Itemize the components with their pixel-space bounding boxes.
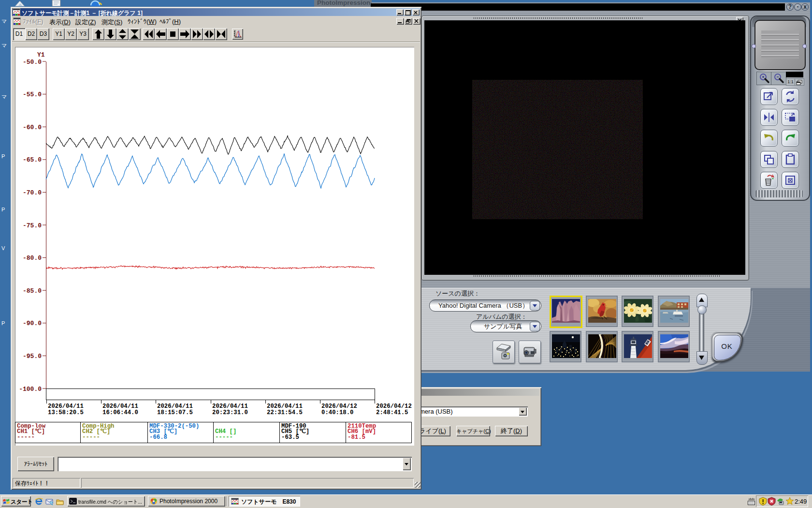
- svg-text:-80.0: -80.0: [23, 254, 42, 262]
- svg-text:2026/04/11: 2026/04/11: [212, 403, 248, 410]
- svg-text:2026/04/11: 2026/04/11: [267, 403, 303, 410]
- svg-text:20:23:31.0: 20:23:31.0: [212, 409, 248, 416]
- svg-text:22:31:54.5: 22:31:54.5: [267, 409, 303, 416]
- svg-text:18:15:07.5: 18:15:07.5: [157, 409, 193, 416]
- svg-text:16:06:44.0: 16:06:44.0: [102, 409, 138, 416]
- svg-text:-65.0: -65.0: [23, 156, 42, 164]
- svg-text:-81.5: -81.5: [348, 434, 365, 441]
- svg-text:-----: -----: [82, 434, 100, 441]
- svg-text:2026/04/12: 2026/04/12: [376, 403, 412, 410]
- svg-text:-60.0: -60.0: [23, 124, 42, 131]
- svg-text:-66.8: -66.8: [149, 434, 167, 441]
- svg-text:Y1: Y1: [37, 51, 45, 59]
- svg-text:-63.5: -63.5: [281, 434, 299, 441]
- svg-text:-----: -----: [215, 434, 233, 441]
- svg-text:0:40:18.0: 0:40:18.0: [321, 409, 353, 416]
- svg-text:-100.0: -100.0: [19, 386, 42, 393]
- svg-text:2026/04/11: 2026/04/11: [48, 403, 84, 410]
- svg-text:2026/04/12: 2026/04/12: [321, 403, 357, 410]
- svg-text:2026/04/11: 2026/04/11: [157, 403, 193, 410]
- svg-text:-50.0: -50.0: [23, 59, 42, 66]
- svg-text:-70.0: -70.0: [23, 189, 42, 196]
- svg-text:13:58:20.5: 13:58:20.5: [48, 409, 84, 416]
- svg-text:-90.0: -90.0: [23, 320, 42, 327]
- svg-text:-85.0: -85.0: [23, 287, 42, 295]
- svg-text:2:48:41.5: 2:48:41.5: [376, 409, 408, 416]
- svg-text:-55.0: -55.0: [23, 91, 42, 98]
- svg-text:2026/04/11: 2026/04/11: [102, 403, 138, 410]
- svg-text:-75.0: -75.0: [23, 222, 42, 229]
- svg-text:-95.0: -95.0: [23, 353, 42, 360]
- svg-text:-----: -----: [17, 434, 35, 441]
